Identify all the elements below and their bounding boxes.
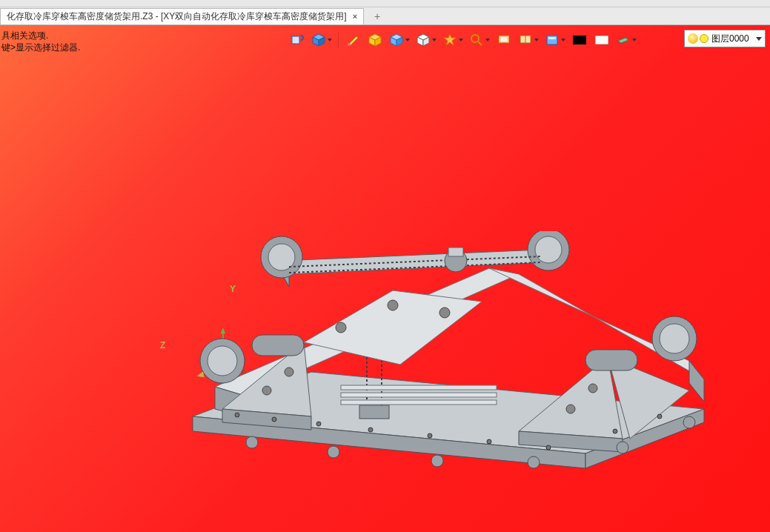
- svg-point-47: [660, 324, 689, 353]
- svg-point-85: [368, 428, 373, 432]
- section-icon: [368, 33, 382, 47]
- svg-marker-39: [689, 361, 704, 402]
- box-mode-button[interactable]: [388, 31, 411, 49]
- svg-point-4: [348, 43, 351, 46]
- svg-marker-14: [444, 34, 456, 45]
- svg-point-83: [272, 417, 276, 422]
- material-button[interactable]: [614, 31, 638, 49]
- svg-point-15: [471, 35, 479, 42]
- svg-rect-69: [585, 350, 637, 370]
- status-text: 具相关选项. 键>显示选择过滤器.: [1, 30, 80, 53]
- swatch-black-button[interactable]: [570, 31, 589, 49]
- cube-blue-icon: [312, 33, 325, 47]
- svg-point-57: [588, 384, 597, 393]
- svg-point-86: [428, 433, 432, 438]
- screen2-icon: [519, 33, 532, 47]
- svg-line-16: [478, 41, 482, 45]
- svg-point-75: [439, 307, 450, 318]
- brush-icon: [346, 33, 359, 47]
- svg-point-45: [535, 236, 562, 263]
- brush-tool-button[interactable]: [343, 31, 362, 49]
- svg-rect-0: [292, 36, 299, 44]
- viewport1-button[interactable]: [494, 31, 514, 49]
- insert-component-button[interactable]: [288, 31, 307, 49]
- svg-rect-22: [548, 37, 556, 39]
- svg-rect-23: [573, 36, 586, 44]
- svg-rect-66: [341, 393, 497, 397]
- layer-dropdown[interactable]: 图层0000: [684, 30, 766, 47]
- display-style-button[interactable]: [543, 31, 567, 49]
- close-icon[interactable]: ×: [353, 12, 357, 21]
- svg-point-78: [431, 455, 443, 467]
- svg-point-89: [613, 429, 617, 433]
- tab-label: 化存取冷库穿梭车高密度储货架用.Z3 - [XY双向自动化存取冷库穿梭车高密度储…: [7, 10, 347, 23]
- svg-point-84: [316, 422, 321, 426]
- svg-rect-65: [341, 385, 497, 390]
- view-toolbar: [288, 30, 638, 50]
- svg-marker-25: [618, 38, 628, 43]
- svg-point-82: [235, 413, 239, 417]
- status-line-1: 具相关选项.: [1, 30, 80, 41]
- svg-rect-24: [595, 36, 608, 44]
- svg-point-49: [208, 346, 237, 376]
- svg-point-56: [566, 405, 575, 413]
- svg-point-87: [487, 439, 491, 444]
- svg-point-79: [528, 456, 540, 468]
- box-blue-icon: [390, 33, 403, 47]
- svg-point-88: [546, 445, 551, 450]
- svg-point-73: [336, 322, 346, 333]
- svg-point-52: [262, 386, 271, 395]
- zoom-fit-button[interactable]: [468, 31, 491, 49]
- separator: [338, 33, 339, 47]
- magnifier-icon: [470, 33, 483, 47]
- svg-point-53: [285, 368, 293, 376]
- svg-rect-18: [501, 37, 507, 41]
- svg-point-74: [388, 300, 398, 310]
- layer-color-icon: [700, 34, 708, 43]
- wireframe-button[interactable]: [414, 31, 438, 49]
- svg-point-77: [328, 446, 339, 458]
- svg-point-81: [683, 416, 695, 428]
- cad-model[interactable]: [170, 231, 719, 476]
- chevron-down-icon[interactable]: [756, 37, 762, 41]
- swatch-white-icon: [595, 36, 608, 44]
- svg-point-80: [617, 442, 628, 453]
- add-tab-button[interactable]: +: [370, 9, 385, 24]
- menu-bar: [0, 0, 770, 7]
- render-mode-button[interactable]: [441, 31, 465, 49]
- viewport[interactable]: 具相关选项. 键>显示选择过滤器.: [0, 25, 770, 532]
- box-wire-icon: [416, 33, 430, 47]
- axis-z-label: Z: [160, 340, 165, 350]
- document-tab[interactable]: 化存取冷库穿梭车高密度储货架用.Z3 - [XY双向自动化存取冷库穿梭车高密度储…: [0, 8, 364, 24]
- svg-rect-21: [547, 36, 557, 44]
- svg-rect-71: [448, 247, 463, 256]
- badge-orange-icon: [443, 33, 457, 47]
- screen1-icon: [497, 33, 511, 47]
- swatch-black-icon: [573, 36, 586, 44]
- viewport2-button[interactable]: [517, 31, 540, 49]
- tab-bar: 化存取冷库穿梭车高密度储货架用.Z3 - [XY双向自动化存取冷库穿梭车高密度储…: [0, 7, 770, 25]
- insert-icon: [291, 33, 304, 47]
- panel-blue-icon: [545, 33, 559, 47]
- bulb-icon: [688, 33, 698, 44]
- svg-point-76: [246, 436, 258, 448]
- swatch-white-button[interactable]: [592, 31, 611, 49]
- layer-label: 图层0000: [711, 33, 753, 45]
- svg-rect-67: [341, 400, 497, 405]
- status-line-2: 键>显示选择过滤器.: [1, 41, 80, 53]
- visual-style-button[interactable]: [310, 31, 333, 49]
- svg-rect-61: [359, 405, 389, 419]
- svg-point-90: [657, 414, 662, 419]
- slab-green-icon: [617, 33, 630, 47]
- svg-rect-68: [252, 335, 304, 356]
- section-view-button[interactable]: [365, 31, 385, 49]
